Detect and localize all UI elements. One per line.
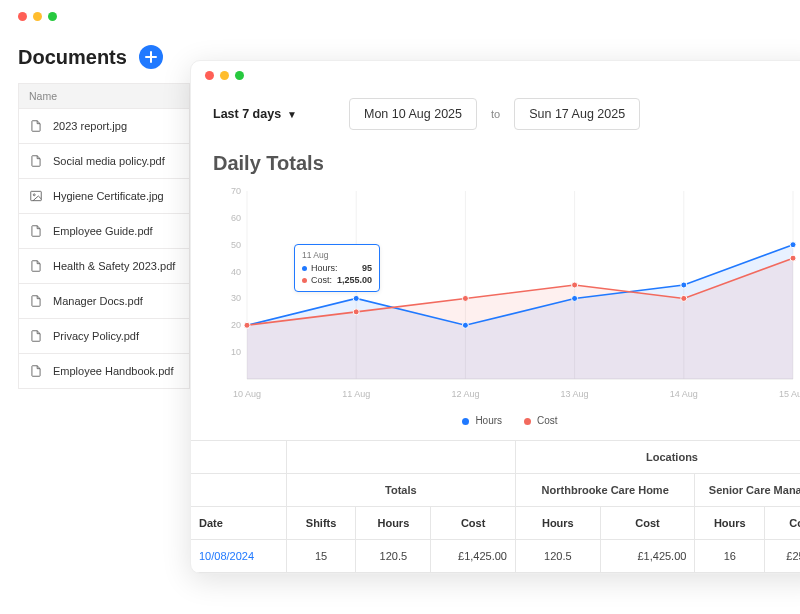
section-title: Daily Totals [191, 142, 800, 181]
add-document-button[interactable] [139, 45, 163, 69]
maximize-dot-icon[interactable] [235, 71, 244, 80]
col-cost-loc2: Co [765, 507, 800, 540]
documents-title: Documents [18, 46, 127, 69]
dot-icon [302, 278, 307, 283]
svg-point-27 [790, 242, 796, 248]
report-card: Last 7 days ▼ Mon 10 Aug 2025 to Sun 17 … [190, 60, 800, 574]
close-dot-icon[interactable] [205, 71, 214, 80]
file-item[interactable]: Hygiene Certificate.jpg [18, 179, 190, 214]
maximize-dot-icon[interactable] [48, 12, 57, 21]
totals-group: Totals [287, 474, 516, 507]
table-super-header: Locations [191, 441, 800, 474]
cell-hours: 120.5 [356, 540, 431, 573]
documents-panel: Documents Name 2023 report.jpgSocial med… [18, 12, 190, 389]
col-shifts: Shifts [287, 507, 357, 540]
svg-point-33 [790, 255, 796, 261]
file-name: Manager Docs.pdf [53, 295, 143, 307]
col-cost: Cost [431, 507, 516, 540]
dot-icon [524, 418, 531, 425]
file-item[interactable]: Employee Handbook.pdf [18, 354, 190, 389]
location-2-header: Senior Care Manage [695, 474, 800, 507]
dot-icon [302, 266, 307, 271]
file-name: 2023 report.jpg [53, 120, 127, 132]
col-hours: Hours [356, 507, 431, 540]
locations-header: Locations [516, 441, 800, 474]
date-to-label: to [491, 108, 500, 120]
svg-text:50: 50 [231, 240, 241, 250]
svg-point-26 [681, 282, 687, 288]
file-list: 2023 report.jpgSocial media policy.pdfHy… [18, 109, 190, 389]
svg-point-31 [572, 282, 578, 288]
window-controls-card [191, 61, 800, 80]
col-date: Date [191, 507, 287, 540]
file-name: Social media policy.pdf [53, 155, 165, 167]
svg-point-28 [244, 322, 250, 328]
svg-text:60: 60 [231, 213, 241, 223]
minimize-dot-icon[interactable] [33, 12, 42, 21]
file-name: Employee Guide.pdf [53, 225, 153, 237]
cell-shifts: 15 [287, 540, 357, 573]
location-1-header: Northbrooke Care Home [516, 474, 695, 507]
svg-text:13 Aug: 13 Aug [561, 389, 589, 399]
svg-text:14 Aug: 14 Aug [670, 389, 698, 399]
cell-date[interactable]: 10/08/2024 [191, 540, 287, 573]
file-item[interactable]: Privacy Policy.pdf [18, 319, 190, 354]
table-column-header: Date Shifts Hours Cost Hours Cost Hours … [191, 507, 800, 540]
tooltip-date: 11 Aug [302, 250, 372, 260]
caret-down-icon: ▼ [287, 109, 297, 120]
svg-point-24 [462, 322, 468, 328]
svg-point-25 [572, 295, 578, 301]
file-item[interactable]: Manager Docs.pdf [18, 284, 190, 319]
svg-point-30 [462, 295, 468, 301]
svg-point-23 [353, 295, 359, 301]
file-name: Health & Safety 2023.pdf [53, 260, 175, 272]
tooltip-hours-value: 95 [362, 263, 372, 275]
file-name: Hygiene Certificate.jpg [53, 190, 164, 202]
daily-totals-chart: 1020304050607010 Aug11 Aug12 Aug13 Aug14… [191, 181, 800, 411]
chart-tooltip: 11 Aug Hours: 95 Cost: 1,255.00 [294, 244, 380, 292]
svg-text:11 Aug: 11 Aug [342, 389, 370, 399]
svg-text:12 Aug: 12 Aug [451, 389, 479, 399]
minimize-dot-icon[interactable] [220, 71, 229, 80]
file-name: Privacy Policy.pdf [53, 330, 139, 342]
svg-point-29 [353, 309, 359, 315]
date-range-dropdown[interactable]: Last 7 days ▼ [213, 107, 297, 121]
col-hours-loc2: Hours [695, 507, 765, 540]
col-cost-loc1: Cost [601, 507, 696, 540]
legend-hours: Hours [462, 415, 502, 426]
dot-icon [462, 418, 469, 425]
svg-text:30: 30 [231, 293, 241, 303]
tooltip-cost-value: 1,255.00 [337, 275, 372, 287]
totals-table: Locations Totals Northbrooke Care Home S… [191, 440, 800, 573]
svg-rect-0 [31, 191, 42, 200]
file-list-header: Name [18, 83, 190, 109]
svg-text:20: 20 [231, 320, 241, 330]
legend-cost: Cost [524, 415, 558, 426]
table-group-header: Totals Northbrooke Care Home Senior Care… [191, 474, 800, 507]
cell-hours-loc1: 120.5 [516, 540, 601, 573]
cell-cost-loc1: £1,425.00 [601, 540, 696, 573]
svg-text:40: 40 [231, 267, 241, 277]
window-controls-sidebar [18, 12, 190, 21]
svg-text:10: 10 [231, 347, 241, 357]
cell-cost: £1,425.00 [431, 540, 516, 573]
svg-text:15 Aug: 15 Aug [779, 389, 800, 399]
svg-point-32 [681, 295, 687, 301]
file-item[interactable]: 2023 report.jpg [18, 109, 190, 144]
file-name: Employee Handbook.pdf [53, 365, 173, 377]
date-from-picker[interactable]: Mon 10 Aug 2025 [349, 98, 477, 130]
col-hours-loc1: Hours [516, 507, 601, 540]
file-item[interactable]: Social media policy.pdf [18, 144, 190, 179]
close-dot-icon[interactable] [18, 12, 27, 21]
date-to-picker[interactable]: Sun 17 Aug 2025 [514, 98, 640, 130]
file-item[interactable]: Health & Safety 2023.pdf [18, 249, 190, 284]
svg-point-1 [33, 194, 35, 196]
chart-legend: Hours Cost [191, 411, 800, 440]
file-item[interactable]: Employee Guide.pdf [18, 214, 190, 249]
plus-icon [145, 51, 157, 63]
date-range-label: Last 7 days [213, 107, 281, 121]
svg-text:70: 70 [231, 187, 241, 196]
cell-hours-loc2: 16 [695, 540, 765, 573]
table-row: 10/08/2024 15 120.5 £1,425.00 120.5 £1,4… [191, 540, 800, 573]
cell-cost-loc2: £256.0 [765, 540, 800, 573]
